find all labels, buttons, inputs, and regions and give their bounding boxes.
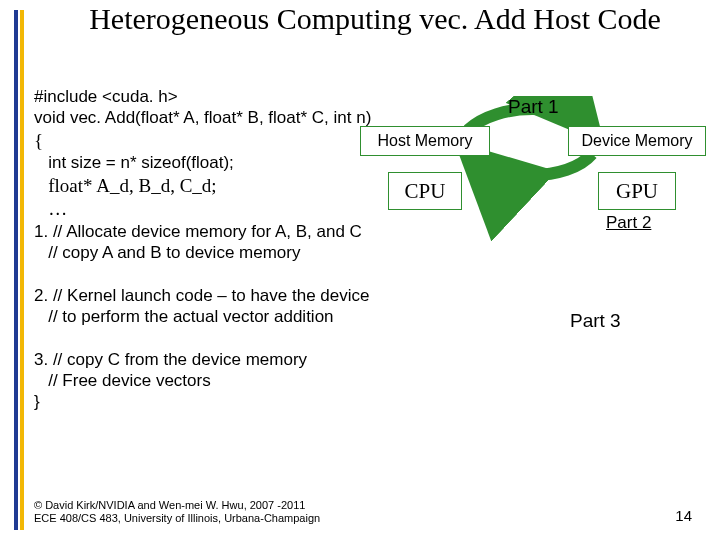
code-line-close-brace: } [34, 391, 710, 412]
code-gap2 [34, 327, 710, 348]
code-step3-a: 3. // copy C from the device memory [34, 349, 710, 370]
code-step2-b: // to perform the actual vector addition [34, 306, 710, 327]
rail-bar-yellow [20, 10, 24, 530]
side-rail [14, 10, 24, 530]
code-step1-a: 1. // Allocate device memory for A, B, a… [34, 221, 710, 242]
code-line-signature: void vec. Add(float* A, float* B, float*… [34, 107, 710, 128]
code-gap1 [34, 264, 710, 285]
rail-bar-blue [14, 10, 18, 530]
code-step3-b: // Free device vectors [34, 370, 710, 391]
code-line-open-brace: { [34, 129, 710, 153]
code-line-include: #include <cuda. h> [34, 86, 710, 107]
slide: Heterogeneous Computing vec. Add Host Co… [0, 0, 720, 540]
code-line-size: int size = n* sizeof(float); [34, 152, 710, 173]
code-step2-a: 2. // Kernel launch code – to have the d… [34, 285, 710, 306]
page-number: 14 [675, 507, 692, 524]
slide-title: Heterogeneous Computing vec. Add Host Co… [40, 2, 710, 37]
code-block: #include <cuda. h> void vec. Add(float* … [34, 86, 710, 412]
code-line-decl: float* A_d, B_d, C_d; [34, 174, 710, 198]
code-step1-b: // copy A and B to device memory [34, 242, 710, 263]
footer-line-1: © David Kirk/NVIDIA and Wen-mei W. Hwu, … [34, 499, 320, 513]
copyright-footer: © David Kirk/NVIDIA and Wen-mei W. Hwu, … [34, 499, 320, 527]
code-line-ellipsis: … [34, 197, 710, 221]
footer-line-2: ECE 408/CS 483, University of Illinois, … [34, 512, 320, 526]
